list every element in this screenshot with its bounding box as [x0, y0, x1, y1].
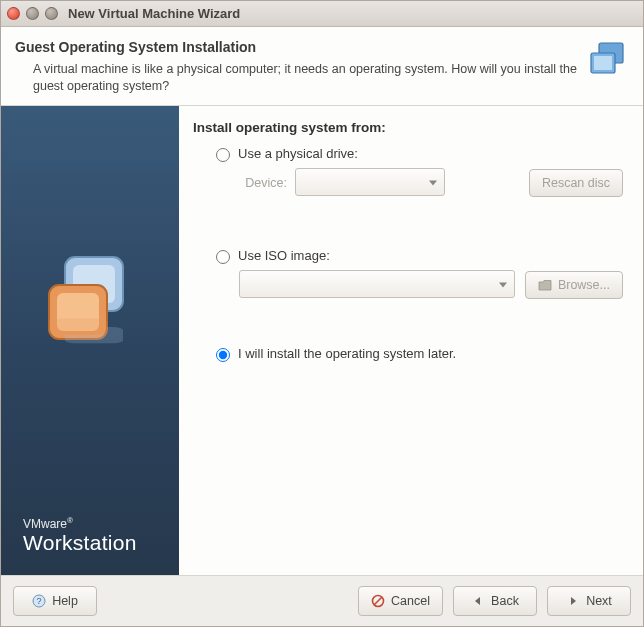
device-label: Device: [239, 176, 287, 190]
brand-small: VMware [23, 517, 67, 531]
radio-physical-input[interactable] [216, 148, 230, 162]
titlebar: New Virtual Machine Wizard [1, 1, 643, 27]
svg-text:?: ? [37, 596, 42, 606]
iso-path-row: Browse... [239, 270, 623, 301]
cancel-label: Cancel [391, 594, 430, 608]
radio-iso-image[interactable]: Use ISO image: [211, 247, 623, 264]
radio-later-input[interactable] [216, 348, 230, 362]
maximize-icon[interactable] [45, 7, 58, 20]
radio-later-label: I will install the operating system late… [238, 346, 456, 361]
iso-path-select[interactable] [239, 270, 515, 298]
radio-physical-drive[interactable]: Use a physical drive: [211, 145, 623, 162]
next-label: Next [586, 594, 612, 608]
cancel-button[interactable]: Cancel [358, 586, 443, 616]
svg-rect-8 [49, 318, 107, 334]
minimize-icon[interactable] [26, 7, 39, 20]
page-title: Guest Operating System Installation [15, 39, 577, 55]
help-icon: ? [32, 594, 46, 608]
svg-rect-2 [594, 56, 612, 70]
close-icon[interactable] [7, 7, 20, 20]
radio-physical-label: Use a physical drive: [238, 146, 358, 161]
help-label: Help [52, 594, 78, 608]
folder-icon [538, 278, 552, 292]
wizard-inner: Guest Operating System Installation A vi… [1, 27, 643, 626]
vm-header-icon [585, 39, 629, 83]
browse-label: Browse... [558, 278, 610, 292]
brand-big: Workstation [23, 531, 179, 555]
radio-iso-input[interactable] [216, 250, 230, 264]
back-label: Back [491, 594, 519, 608]
iso-path-wrap [239, 270, 515, 301]
wizard-footer: ? Help Cancel Back Next [1, 575, 643, 626]
wizard-sidebar: VMware® Workstation [1, 106, 179, 575]
radio-install-later[interactable]: I will install the operating system late… [211, 345, 623, 362]
back-icon [471, 594, 485, 608]
next-icon [566, 594, 580, 608]
wizard-body: VMware® Workstation Install operating sy… [1, 106, 643, 575]
section-label: Install operating system from: [193, 120, 623, 135]
physical-device-row: Device: Rescan disc [239, 168, 623, 199]
wizard-window: New Virtual Machine Wizard Guest Operati… [0, 0, 644, 627]
window-controls [7, 7, 58, 20]
window-title: New Virtual Machine Wizard [68, 6, 240, 21]
vmware-logo-icon [1, 106, 179, 516]
next-button[interactable]: Next [547, 586, 631, 616]
device-select-wrap [295, 168, 445, 199]
browse-button[interactable]: Browse... [525, 271, 623, 299]
svg-line-12 [375, 598, 382, 605]
registered-mark: ® [67, 516, 73, 525]
brand-text: VMware® Workstation [1, 516, 179, 575]
rescan-label: Rescan disc [542, 176, 610, 190]
cancel-icon [371, 594, 385, 608]
wizard-header: Guest Operating System Installation A vi… [1, 27, 643, 106]
radio-iso-label: Use ISO image: [238, 248, 330, 263]
wizard-content: Install operating system from: Use a phy… [179, 106, 643, 575]
help-button[interactable]: ? Help [13, 586, 97, 616]
rescan-disc-button[interactable]: Rescan disc [529, 169, 623, 197]
device-select[interactable] [295, 168, 445, 196]
back-button[interactable]: Back [453, 586, 537, 616]
page-subtitle: A virtual machine is like a physical com… [33, 61, 577, 95]
